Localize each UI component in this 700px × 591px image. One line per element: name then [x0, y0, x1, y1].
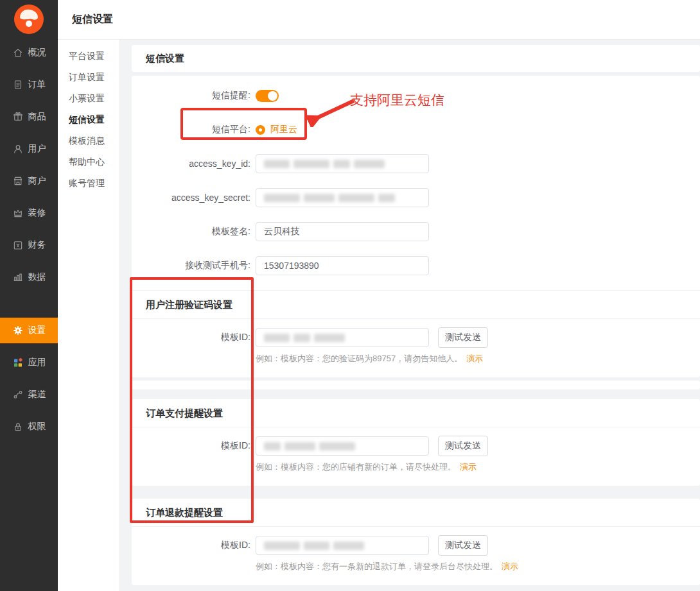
template-sign-label: 模板签名: [132, 226, 250, 237]
submenu-item-order-settings[interactable]: 订单设置 [58, 67, 119, 88]
masked-value [264, 160, 290, 168]
submenu-item-help-center[interactable]: 帮助中心 [58, 151, 119, 173]
demo-link[interactable]: 演示 [502, 561, 518, 571]
data-icon [12, 271, 24, 283]
masked-value [293, 334, 310, 342]
platform-radio-aliyun[interactable]: 阿里云 [256, 124, 297, 135]
sidebar-item-label: 数据 [28, 271, 46, 283]
example-row: 例如：模板内容：您有一条新的退款订单，请登录后台尽快处理。演示 [256, 561, 700, 583]
example-text: 例如：模板内容：您的店铺有新的订单，请尽快处理。 [256, 462, 456, 472]
sidebar-item-settings[interactable]: 设置 [0, 318, 58, 343]
register-code-section: 用户注册验证码设置 模板ID: 测试发送 例如：模板内容：您的验证码为89757… [132, 290, 700, 377]
template-id-input[interactable] [256, 536, 429, 555]
access-key-id-label: access_key_id: [132, 158, 250, 169]
masked-value [354, 160, 385, 168]
sidebar-item-finance[interactable]: 财务 [0, 232, 58, 258]
app-logo [13, 4, 44, 35]
access-key-secret-input[interactable] [256, 188, 429, 207]
test-phone-label: 接收测试手机号: [132, 260, 250, 271]
sidebar-item-label: 商户 [28, 175, 46, 187]
sidebar-item-overview[interactable]: 概况 [0, 40, 58, 65]
sidebar-item-permissions[interactable]: 权限 [0, 414, 58, 440]
sidebar-item-orders[interactable]: 订单 [0, 72, 58, 98]
sidebar-item-label: 装修 [28, 207, 46, 219]
user-icon [12, 143, 24, 155]
masked-value [264, 194, 300, 202]
sidebar-item-label: 订单 [28, 79, 46, 90]
panel-title: 短信设置 [146, 53, 184, 65]
demo-link[interactable]: 演示 [466, 354, 483, 363]
sms-platform-row: 短信平台: 阿里云 [132, 120, 700, 139]
page-title: 短信设置 [72, 13, 113, 26]
test-phone-input[interactable] [256, 256, 429, 275]
sms-reminder-toggle[interactable] [256, 90, 279, 102]
secondary-sidebar: 平台设置 订单设置 小票设置 短信设置 模板消息 帮助中心 账号管理 [58, 40, 120, 591]
masked-value [319, 442, 355, 450]
sidebar-item-apps[interactable]: 应用 [0, 350, 58, 375]
sidebar-item-merchants[interactable]: 商户 [0, 168, 58, 194]
platform-option-label: 阿里云 [270, 124, 297, 135]
template-id-row: 模板ID: 测试发送 [132, 535, 700, 556]
settings-icon [12, 325, 24, 336]
sidebar-item-decorate[interactable]: 装修 [0, 200, 58, 226]
spacer-card [132, 381, 700, 390]
permission-icon [12, 421, 24, 433]
masked-value [304, 194, 335, 202]
masked-value [378, 194, 395, 202]
submenu-item-platform-settings[interactable]: 平台设置 [58, 46, 119, 67]
order-pay-section: 订单支付提醒设置 模板ID: 测试发送 例如：模板内容：您的店铺有新的订单，请尽… [132, 399, 700, 486]
sidebar-item-label: 概况 [28, 47, 46, 58]
template-id-label: 模板ID: [132, 332, 250, 343]
masked-value [314, 334, 345, 342]
order-icon [12, 79, 24, 90]
access-key-secret-label: access_key_secret: [132, 193, 250, 203]
primary-sidebar: 概况 订单 商品 用户 商户 [0, 0, 58, 591]
template-id-input[interactable] [256, 436, 429, 456]
sms-platform-label: 短信平台: [132, 124, 250, 135]
sidebar-item-label: 财务 [28, 239, 46, 251]
sidebar-item-label: 应用 [28, 357, 46, 368]
template-id-label: 模板ID: [132, 540, 250, 551]
submenu-item-template-message[interactable]: 模板消息 [58, 130, 119, 151]
sidebar-item-goods[interactable]: 商品 [0, 104, 58, 130]
register-code-section-title: 用户注册验证码设置 [132, 291, 700, 319]
masked-value [264, 542, 300, 550]
sms-reminder-row: 短信提醒: [132, 86, 700, 105]
demo-link[interactable]: 演示 [460, 462, 477, 472]
merchant-icon [12, 175, 24, 187]
template-sign-input[interactable] [256, 222, 429, 241]
order-pay-section-title: 订单支付提醒设置 [132, 399, 700, 427]
sidebar-item-label: 用户 [28, 143, 46, 155]
test-send-button[interactable]: 测试发送 [438, 327, 488, 348]
toggle-knob [268, 91, 277, 101]
masked-value [284, 442, 315, 450]
sidebar-item-users[interactable]: 用户 [0, 136, 58, 162]
submenu-item-account-management[interactable]: 账号管理 [58, 173, 119, 194]
submenu-item-sms-settings[interactable]: 短信设置 [58, 109, 119, 130]
example-text: 例如：模板内容：您有一条新的退款订单，请登录后台尽快处理。 [256, 561, 498, 571]
sidebar-item-label: 商品 [28, 111, 46, 123]
masked-value [333, 160, 350, 168]
sidebar-item-label: 渠道 [28, 389, 46, 400]
sidebar-item-channels[interactable]: 渠道 [0, 382, 58, 407]
test-send-button[interactable]: 测试发送 [438, 535, 488, 556]
masked-value [264, 334, 290, 342]
sidebar-item-data[interactable]: 数据 [0, 264, 58, 290]
access-key-id-row: access_key_id: [132, 154, 700, 173]
masked-value [304, 542, 329, 550]
template-id-row: 模板ID: 测试发送 [132, 436, 700, 456]
access-key-id-input[interactable] [256, 154, 429, 173]
template-id-row: 模板ID: 测试发送 [132, 327, 700, 348]
sidebar-item-label: 设置 [28, 325, 46, 336]
finance-icon [12, 239, 24, 251]
test-send-button[interactable]: 测试发送 [438, 436, 488, 456]
sms-settings-card: 短信提醒: 短信平台: 阿里云 access_key_id: access_ke… [132, 76, 700, 377]
main-content: 短信设置 短信提醒: 短信平台: 阿里云 access_key_id: acce… [121, 40, 700, 591]
home-icon [12, 47, 24, 58]
top-header: 短信设置 [58, 0, 700, 40]
template-id-input[interactable] [256, 328, 429, 347]
masked-value [333, 542, 364, 550]
submenu-item-receipt-settings[interactable]: 小票设置 [58, 88, 119, 109]
decorate-icon [12, 207, 24, 219]
example-text: 例如：模板内容：您的验证码为89757，请勿告知他人。 [256, 354, 462, 363]
